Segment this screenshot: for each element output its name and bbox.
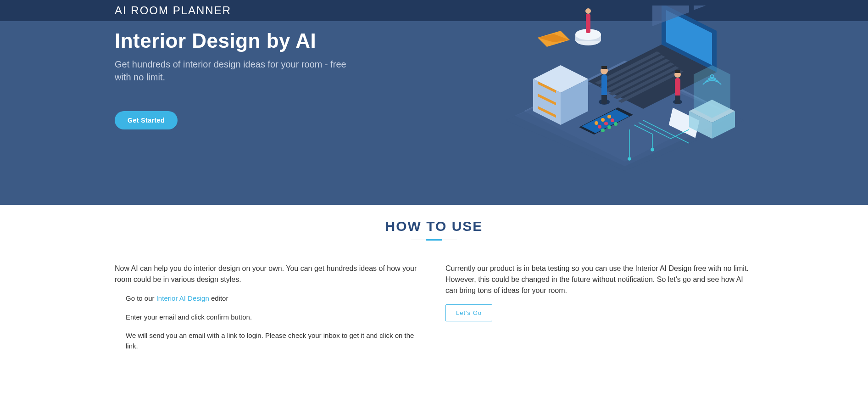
step-item: Go to our Interior AI Design editor (126, 293, 423, 304)
svg-rect-46 (675, 70, 680, 73)
svg-rect-39 (601, 95, 607, 104)
svg-point-36 (628, 157, 631, 160)
svg-marker-55 (694, 6, 730, 10)
svg-point-24 (598, 125, 601, 129)
interior-ai-design-link[interactable]: Interior AI Design (156, 294, 209, 302)
intro-text: Now AI can help you do interior design o… (115, 263, 423, 285)
get-started-button[interactable]: Get Started (115, 111, 178, 129)
svg-point-21 (595, 121, 598, 125)
svg-point-26 (611, 118, 614, 122)
hero-content: Interior Design by AI Get hundreds of in… (115, 27, 362, 129)
svg-point-25 (604, 122, 608, 125)
svg-point-29 (614, 122, 618, 126)
step-item: We will send you an email with a link to… (126, 331, 423, 351)
section-divider (411, 240, 457, 240)
hero-section: Interior Design by AI Get hundreds of in… (0, 21, 868, 205)
content-columns: Now AI can help you do interior design o… (115, 263, 753, 359)
svg-rect-41 (601, 66, 607, 69)
svg-rect-38 (601, 74, 607, 98)
svg-rect-50 (586, 14, 590, 33)
svg-point-22 (601, 118, 605, 122)
section-title: HOW TO USE (115, 219, 753, 234)
steps-list: Go to our Interior AI Design editor Ente… (115, 293, 423, 351)
brand-title[interactable]: AI ROOM PLANNER (115, 4, 231, 17)
svg-point-51 (585, 8, 591, 14)
how-to-use-section: HOW TO USE Now AI can help you do interi… (0, 205, 868, 378)
svg-marker-33 (694, 65, 730, 118)
hero-illustration (496, 6, 753, 171)
step-prefix: Go to our (126, 294, 156, 302)
svg-point-23 (607, 115, 611, 118)
step-suffix: editor (209, 294, 228, 302)
left-column: Now AI can help you do interior design o… (115, 263, 423, 359)
lets-go-button[interactable]: Let's Go (445, 304, 492, 321)
svg-point-35 (651, 148, 654, 151)
right-text: Currently our product is in beta testing… (445, 263, 753, 296)
hero-title: Interior Design by AI (115, 29, 362, 52)
hero-subtitle: Get hundreds of interior design ideas fo… (115, 58, 362, 84)
step-item: Enter your email and click confirm butto… (126, 312, 423, 323)
right-column: Currently our product is in beta testing… (445, 263, 753, 359)
svg-point-28 (607, 125, 611, 129)
svg-rect-44 (675, 95, 680, 104)
svg-point-27 (601, 129, 605, 132)
